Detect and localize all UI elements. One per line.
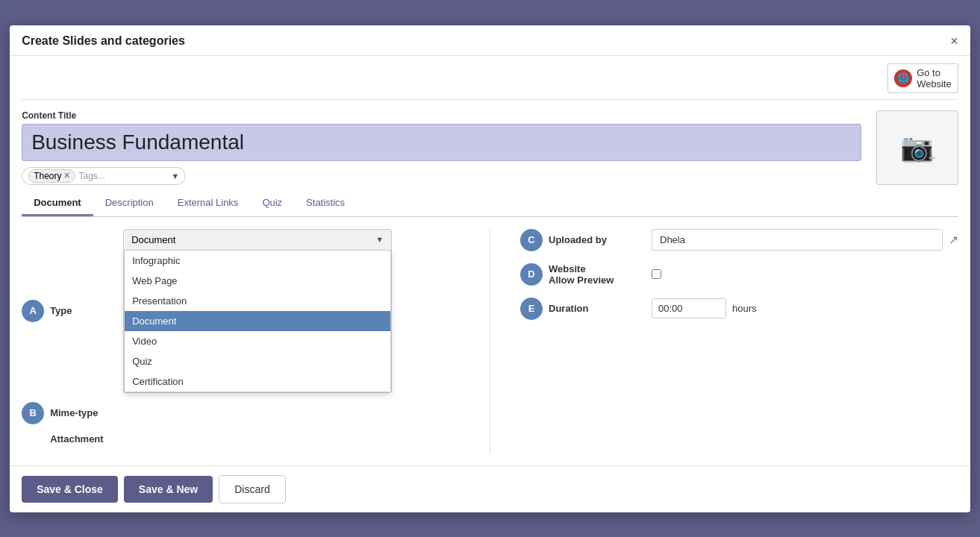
dropdown-option-infographic[interactable]: Infographic (125, 251, 390, 271)
dropdown-options-list: Infographic Web Page Presentation Docume… (124, 250, 391, 392)
type-label: Type (50, 305, 117, 316)
tag-remove-icon[interactable]: ✕ (63, 171, 70, 180)
type-dropdown-container: Document ▼ Infographic Web Page Presenta… (123, 229, 392, 393)
dropdown-option-certification[interactable]: Certification (125, 371, 390, 392)
uploaded-by-select-container: Dhela (652, 229, 943, 251)
website-allow-preview-checkbox[interactable] (652, 269, 661, 279)
form-right: 📷 + (876, 110, 958, 185)
modal-dialog: Create Slides and categories × 🌐 Go to W… (10, 25, 970, 512)
tag-theory-label: Theory (34, 171, 61, 181)
modal-title: Create Slides and categories (22, 34, 185, 48)
website-allow-preview-row: D Website Allow Preview (520, 263, 958, 286)
duration-row: E Duration hours (520, 298, 958, 320)
hours-label: hours (732, 303, 757, 314)
tab-document[interactable]: Document (22, 191, 93, 216)
modal-body: 🌐 Go to Website Content Title Theory ✕ (10, 56, 970, 465)
badge-a: A (22, 300, 44, 322)
content-title-input[interactable] (22, 124, 861, 161)
uploaded-by-label: Uploaded by (549, 234, 646, 245)
go-to-website-button[interactable]: 🌐 Go to Website (887, 63, 958, 93)
right-panel-grid: C Uploaded by Dhela ↗ D (520, 229, 958, 320)
discard-button[interactable]: Discard (219, 475, 285, 503)
mime-type-row: B Mime-type (22, 402, 460, 424)
dropdown-arrow-icon: ▼ (375, 235, 384, 244)
dropdown-option-document[interactable]: Document (125, 311, 390, 331)
tab-quiz[interactable]: Quiz (250, 191, 294, 216)
duration-input[interactable] (652, 298, 726, 318)
uploaded-by-select[interactable]: Dhela (652, 229, 943, 251)
attachment-row: Attachment (50, 433, 460, 445)
right-panel: C Uploaded by Dhela ↗ D (520, 229, 958, 453)
form-section: Content Title Theory ✕ Tags... ▼ (22, 100, 958, 191)
dropdown-option-presentation[interactable]: Presentation (125, 291, 390, 311)
tags-container[interactable]: Theory ✕ Tags... ▼ (22, 167, 186, 185)
tab-external-links[interactable]: External Links (166, 191, 251, 216)
globe-icon: 🌐 (894, 69, 912, 87)
dropdown-selected-value: Document (131, 234, 375, 245)
save-close-button[interactable]: Save & Close (22, 476, 118, 503)
panel-divider (490, 229, 490, 453)
modal-overlay: Create Slides and categories × 🌐 Go to W… (0, 0, 980, 537)
badge-d: D (520, 263, 543, 286)
tabs-bar: Document Description External Links Quiz… (22, 191, 958, 217)
type-row: A Type Document ▼ Infographic (22, 229, 460, 393)
tags-placeholder: Tags... (78, 171, 168, 181)
dropdown-option-quiz[interactable]: Quiz (125, 351, 390, 371)
badge-e: E (520, 298, 543, 320)
left-panel: A Type Document ▼ Infographic (22, 229, 460, 453)
mime-type-label: Mime-type (50, 407, 117, 418)
go-to-website-label: Go to Website (917, 67, 952, 90)
tab-content-document: A Type Document ▼ Infographic (22, 217, 958, 465)
tab-description[interactable]: Description (93, 191, 166, 216)
duration-label: Duration (549, 303, 646, 314)
top-bar: 🌐 Go to Website (22, 56, 958, 100)
dropdown-option-video[interactable]: Video (125, 331, 390, 351)
external-link-icon[interactable]: ↗ (949, 233, 958, 247)
dropdown-option-webpage[interactable]: Web Page (125, 271, 390, 291)
photo-placeholder[interactable]: 📷 + (876, 110, 958, 185)
tags-arrow-icon: ▼ (171, 172, 179, 180)
tab-statistics[interactable]: Statistics (294, 191, 357, 216)
website-allow-preview-label: Website Allow Preview (549, 263, 646, 286)
attachment-label: Attachment (50, 433, 117, 445)
modal-footer: Save & Close Save & New Discard (10, 465, 970, 512)
modal-header: Create Slides and categories × (10, 25, 970, 56)
badge-c: C (520, 229, 543, 251)
dropdown-header[interactable]: Document ▼ (124, 230, 391, 250)
close-button[interactable]: × (950, 34, 958, 48)
content-title-label: Content Title (22, 110, 861, 121)
form-left: Content Title Theory ✕ Tags... ▼ (22, 110, 861, 185)
save-new-button[interactable]: Save & New (124, 476, 213, 503)
camera-icon: 📷 + (900, 132, 934, 163)
uploaded-by-row: C Uploaded by Dhela ↗ (520, 229, 958, 251)
tag-theory: Theory ✕ (28, 169, 75, 183)
camera-plus-icon: + (928, 151, 935, 165)
badge-b: B (22, 402, 44, 424)
